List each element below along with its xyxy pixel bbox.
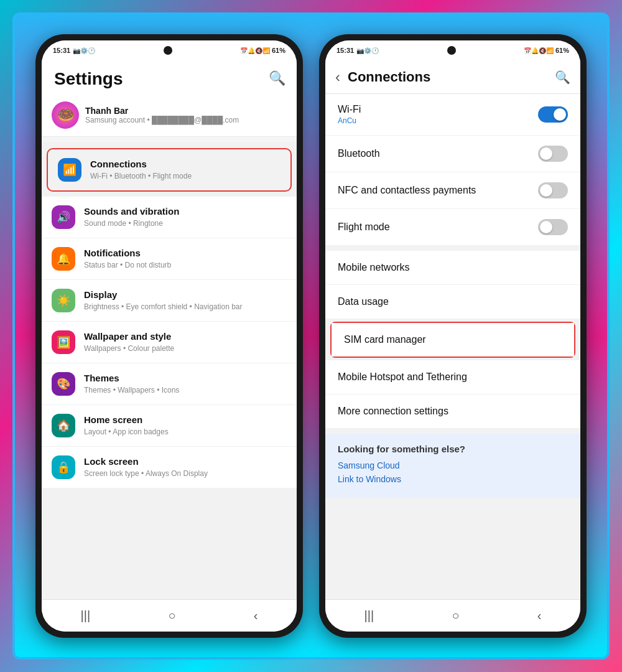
settings-item-wallpaper[interactable]: 🖼️ Wallpaper and style Wallpapers • Colo… <box>42 322 297 363</box>
home-title: Home screen <box>84 414 287 426</box>
connections-title: Connections <box>90 158 281 170</box>
flight-text: Flight mode <box>338 222 538 233</box>
home-btn-left[interactable]: ○ <box>153 604 190 628</box>
settings-search-icon[interactable]: 🔍 <box>269 70 285 86</box>
conn-item-mobile-networks[interactable]: Mobile networks <box>325 251 580 285</box>
nfc-title: NFC and contactless payments <box>338 185 538 196</box>
notifications-text: Notifications Status bar • Do not distur… <box>84 247 287 270</box>
display-subtitle: Brightness • Eye comfort shield • Naviga… <box>84 302 287 312</box>
conn-item-wifi[interactable]: Wi-Fi AnCu <box>325 94 580 136</box>
flight-toggle[interactable] <box>538 219 568 235</box>
phone-left-screen: 15:31 📷⚙️🕐 📅🔔🔇📶 61% Settings 🔍 🍩 Thanh <box>42 40 297 632</box>
data-usage-title: Data usage <box>338 296 389 307</box>
status-right-left: 📅🔔🔇📶 61% <box>240 47 285 54</box>
back-button[interactable]: ‹ <box>335 68 340 86</box>
home-btn-right[interactable]: ○ <box>437 604 474 628</box>
notifications-icon: 🔔 <box>52 247 75 271</box>
lock-title: Lock screen <box>84 455 287 468</box>
nfc-toggle[interactable] <box>538 182 568 198</box>
settings-list: 📶 Connections Wi-Fi • Bluetooth • Flight… <box>42 142 297 599</box>
status-bar-left: 15:31 📷⚙️🕐 📅🔔🔇📶 61% <box>42 40 297 60</box>
status-right-left: 15:31 📷⚙️🕐 <box>337 47 379 54</box>
scroll-bottom-pad <box>42 489 297 502</box>
wifi-subtitle: AnCu <box>338 116 538 125</box>
status-left: 15:31 📷⚙️🕐 <box>53 47 95 54</box>
conn-item-more[interactable]: More connection settings <box>325 394 580 429</box>
camera-notch-left <box>164 46 172 55</box>
search-icon-right[interactable]: 🔍 <box>555 70 570 85</box>
wifi-toggle[interactable] <box>538 106 568 123</box>
time-right: 15:31 <box>337 47 354 54</box>
conn-item-bluetooth[interactable]: Bluetooth <box>325 136 580 172</box>
sim-highlight-wrapper: SIM card manager <box>325 319 580 360</box>
settings-item-sounds[interactable]: 🔊 Sounds and vibration Sound mode • Ring… <box>42 197 297 238</box>
home-subtitle: Layout • App icon badges <box>84 427 287 437</box>
bluetooth-toggle[interactable] <box>538 146 568 162</box>
back-btn-right[interactable]: ‹ <box>522 604 557 628</box>
hotspot-title: Mobile Hotspot and Tethering <box>338 371 467 383</box>
gap-top <box>42 142 297 146</box>
wifi-text: Wi-Fi AnCu <box>338 104 538 125</box>
conn-item-flight[interactable]: Flight mode <box>325 209 580 246</box>
account-info: Thanh Bar Samsung account • ████████@███… <box>85 106 239 124</box>
connections-header: ‹ Connections 🔍 <box>325 60 580 94</box>
sounds-title: Sounds and vibration <box>84 205 287 218</box>
settings-item-home[interactable]: 🏠 Home screen Layout • App icon badges <box>42 405 297 447</box>
conn-gap1 <box>325 246 580 251</box>
conn-item-hotspot[interactable]: Mobile Hotspot and Tethering <box>325 360 580 394</box>
account-email: Samsung account • ████████@████.com <box>85 116 239 124</box>
connections-text: Connections Wi-Fi • Bluetooth • Flight m… <box>90 158 281 181</box>
sounds-icon: 🔊 <box>52 205 75 229</box>
connections-icon: 📶 <box>58 158 81 182</box>
bluetooth-text: Bluetooth <box>338 148 538 159</box>
themes-title: Themes <box>84 372 287 385</box>
nfc-text: NFC and contactless payments <box>338 185 538 196</box>
conn-item-data-usage[interactable]: Data usage <box>325 285 580 319</box>
bottom-nav-right: ||| ○ ‹ <box>325 599 580 632</box>
lock-subtitle: Screen lock type • Always On Display <box>84 469 287 479</box>
status-bar-right: 15:31 📷⚙️🕐 📅🔔🔇📶 61% <box>325 40 580 60</box>
account-avatar: 🍩 <box>52 101 79 129</box>
settings-item-connections[interactable]: 📶 Connections Wi-Fi • Bluetooth • Flight… <box>48 149 290 190</box>
connections-page-title: Connections <box>348 69 547 85</box>
wallpaper-icon: 🖼️ <box>52 330 75 354</box>
recents-btn-left[interactable]: ||| <box>66 604 106 628</box>
connections-highlight: 📶 Connections Wi-Fi • Bluetooth • Flight… <box>47 148 292 192</box>
settings-item-themes[interactable]: 🎨 Themes Themes • Wallpapers • Icons <box>42 363 297 405</box>
conn-item-nfc[interactable]: NFC and contactless payments <box>325 172 580 209</box>
looking-title: Looking for something else? <box>338 444 568 454</box>
phone-right-screen: 15:31 📷⚙️🕐 📅🔔🔇📶 61% ‹ Connections 🔍 <box>325 40 580 632</box>
phone-right: 15:31 📷⚙️🕐 📅🔔🔇📶 61% ‹ Connections 🔍 <box>319 34 587 638</box>
link-to-windows-link[interactable]: Link to Windows <box>338 474 568 484</box>
mobile-networks-title: Mobile networks <box>338 262 410 273</box>
nfc-toggle-thumb <box>540 184 552 197</box>
sim-highlight-box: SIM card manager <box>330 322 575 358</box>
bottom-nav-left: ||| ○ ‹ <box>42 599 297 632</box>
connections-subtitle: Wi-Fi • Bluetooth • Flight mode <box>90 172 281 182</box>
camera-notch-right <box>447 46 456 55</box>
lock-icon: 🔒 <box>52 455 75 479</box>
settings-item-lock[interactable]: 🔒 Lock screen Screen lock type • Always … <box>42 447 297 488</box>
wallpaper-subtitle: Wallpapers • Colour palette <box>84 344 287 354</box>
lock-text: Lock screen Screen lock type • Always On… <box>84 455 287 478</box>
wallpaper-title: Wallpaper and style <box>84 330 287 343</box>
more-conn-title: More connection settings <box>338 406 448 417</box>
account-banner[interactable]: 🍩 Thanh Bar Samsung account • ████████@█… <box>42 94 297 137</box>
themes-text: Themes Themes • Wallpapers • Icons <box>84 372 287 395</box>
wifi-title: Wi-Fi <box>338 104 538 115</box>
battery-right: 61% <box>555 47 569 54</box>
settings-item-display[interactable]: ☀️ Display Brightness • Eye comfort shie… <box>42 280 297 322</box>
settings-item-notifications[interactable]: 🔔 Notifications Status bar • Do not dist… <box>42 238 297 280</box>
notifications-title: Notifications <box>84 247 287 259</box>
samsung-cloud-link[interactable]: Samsung Cloud <box>338 460 568 470</box>
settings-header: Settings 🔍 <box>42 60 297 94</box>
themes-icon: 🎨 <box>52 372 75 396</box>
recents-btn-right[interactable]: ||| <box>350 604 389 628</box>
display-text: Display Brightness • Eye comfort shield … <box>84 289 287 312</box>
wifi-toggle-thumb <box>554 108 566 121</box>
battery-left: 61% <box>272 47 285 54</box>
conn-item-sim[interactable]: SIM card manager <box>332 323 574 357</box>
account-name: Thanh Bar <box>85 106 239 116</box>
status-right-right: 📅🔔🔇📶 61% <box>524 47 569 54</box>
back-btn-left[interactable]: ‹ <box>239 604 273 628</box>
